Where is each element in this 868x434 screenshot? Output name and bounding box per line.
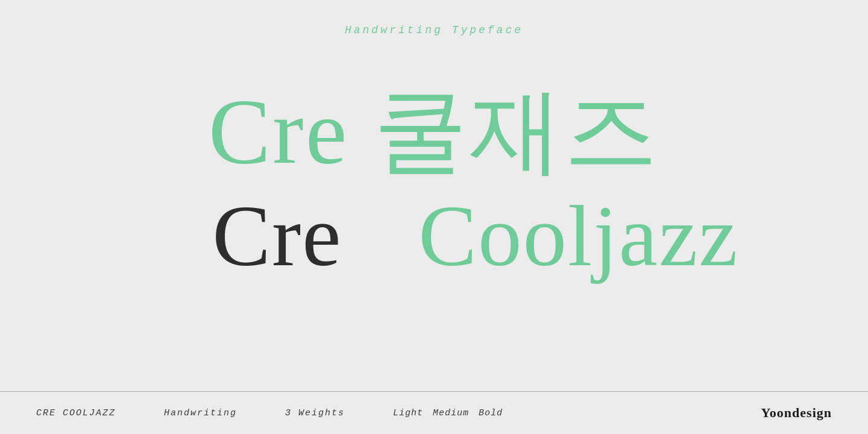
hero-svg: Cre 쿨재즈 Cre Cooljazz	[72, 60, 796, 289]
svg-text:Cre: Cre	[212, 187, 342, 284]
footer: CRE COOLJAZZ Handwriting 3 Weights Light…	[0, 391, 868, 434]
weight-medium[interactable]: Medium	[433, 408, 469, 418]
page-container: Handwriting Typeface Cre 쿨재즈 Cre Cooljaz…	[0, 0, 868, 434]
svg-text:Cre 쿨재즈: Cre 쿨재즈	[209, 80, 660, 183]
footer-category: Handwriting	[164, 408, 237, 418]
svg-text:Cooljazz: Cooljazz	[418, 187, 738, 284]
footer-weights-label: 3 Weights	[285, 408, 345, 418]
main-content: Handwriting Typeface Cre 쿨재즈 Cre Cooljaz…	[0, 0, 868, 391]
footer-weights-list: Light Medium Bold	[393, 408, 503, 418]
footer-font-name: CRE COOLJAZZ	[36, 408, 116, 418]
footer-brand: Yoondesign	[761, 405, 832, 421]
subtitle: Handwriting Typeface	[345, 24, 523, 36]
weight-bold[interactable]: Bold	[479, 408, 503, 418]
footer-left: CRE COOLJAZZ Handwriting 3 Weights Light…	[36, 408, 503, 418]
weight-light[interactable]: Light	[393, 408, 423, 418]
